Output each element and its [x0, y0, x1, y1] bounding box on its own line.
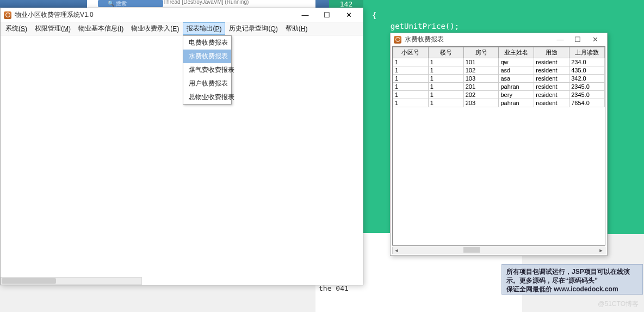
table-cell: pahran	[499, 83, 534, 91]
table-cell: asd	[499, 66, 534, 75]
report-minimize-button[interactable]: —	[552, 34, 569, 46]
table-cell: 1	[428, 75, 463, 83]
table-cell: resident	[534, 58, 569, 66]
minimize-button[interactable]: —	[294, 9, 316, 22]
dropdown-item-4[interactable]: 总物业收费报表	[183, 90, 231, 104]
dropdown-item-0[interactable]: 电费收费报表	[183, 36, 231, 50]
table-row[interactable]: 11202beryresident2345.0	[393, 91, 605, 99]
console-line: the 041	[319, 284, 519, 293]
table-cell: 435.0	[569, 66, 605, 75]
promo-box: 所有项目包调试运行，JSP项目可以在线演 示。更多源码，尽在“源码码头” 保证全…	[501, 264, 643, 295]
table-header[interactable]: 小区号	[393, 47, 429, 58]
report-hscrollbar[interactable]: ◄ ►	[392, 247, 605, 254]
menu-i[interactable]: 物业基本信息(I)	[75, 22, 127, 35]
table-cell: resident	[534, 75, 569, 83]
menu-p[interactable]: 报表输出(P)电费收费报表水费收费报表煤气费收费报表用户收费报表总物业收费报表	[183, 22, 225, 35]
report-close-button[interactable]: ✕	[586, 34, 604, 46]
report-window: 水费收费报表 — ☐ ✕ 小区号楼号房号业主姓名用途上月读数 11101qwre…	[390, 33, 608, 256]
table-cell: 201	[463, 83, 499, 91]
table-cell: 7654.0	[569, 99, 605, 107]
table-row[interactable]: 11203pahranresident7654.0	[393, 99, 605, 107]
main-window: 物业小区收费管理系统V1.0 — ☐ ✕ 系统(S)权限管理(M)物业基本信息(…	[0, 8, 363, 285]
menu-m[interactable]: 权限管理(M)	[31, 22, 75, 35]
table-cell: 1	[393, 75, 429, 83]
main-client-area	[1, 35, 363, 274]
menubar: 系统(S)权限管理(M)物业基本信息(I)物业收费录入(E)报表输出(P)电费收…	[1, 22, 363, 35]
report-titlebar[interactable]: 水费收费报表 — ☐ ✕	[391, 33, 607, 46]
report-dropdown: 电费收费报表水费收费报表煤气费收费报表用户收费报表总物业收费报表	[183, 35, 232, 105]
java-icon	[4, 11, 11, 19]
table-cell: resident	[534, 66, 569, 75]
table-row[interactable]: 11103asaresident342.0	[393, 75, 605, 83]
scroll-thumb[interactable]	[463, 247, 480, 253]
scroll-right-icon[interactable]: ►	[597, 247, 605, 254]
table-header[interactable]: 业主姓名	[499, 47, 534, 58]
table-row[interactable]: 11101qwresident234.0	[393, 58, 605, 66]
table-cell: pahran	[499, 99, 534, 107]
table-cell: 1	[428, 99, 463, 107]
table-cell: 1	[428, 83, 463, 91]
table-row[interactable]: 11201pahranresident2345.0	[393, 83, 605, 91]
main-window-title: 物业小区收费管理系统V1.0	[15, 10, 294, 20]
table-cell: 342.0	[569, 75, 605, 83]
table-cell: 1	[393, 91, 429, 99]
table-cell: 1	[428, 66, 463, 75]
table-cell: resident	[534, 99, 569, 107]
dropdown-item-3[interactable]: 用户收费报表	[183, 77, 231, 90]
promo-line1: 所有项目包调试运行，JSP项目可以在线演	[506, 267, 638, 276]
watermark: @51CTO博客	[598, 299, 639, 309]
table-cell: 234.0	[569, 58, 605, 66]
table-cell: resident	[534, 83, 569, 91]
table-header[interactable]: 上月读数	[569, 47, 605, 58]
table-header[interactable]: 用途	[534, 47, 569, 58]
menu-s[interactable]: 系统(S)	[2, 22, 31, 35]
scroll-thumb[interactable]	[2, 278, 56, 284]
table-cell: 1	[428, 91, 463, 99]
table-cell: qw	[499, 58, 534, 66]
table-cell: 202	[463, 91, 499, 99]
close-button[interactable]: ✕	[338, 9, 360, 22]
search-placeholder: 搜索	[116, 1, 127, 7]
table-cell: 2345.0	[569, 91, 605, 99]
main-titlebar[interactable]: 物业小区收费管理系统V1.0 — ☐ ✕	[1, 8, 363, 22]
table-cell: 1	[393, 66, 429, 75]
table-cell: 103	[463, 75, 499, 83]
table-cell: 1	[428, 58, 463, 66]
maximize-button[interactable]: ☐	[316, 9, 338, 22]
table-cell: resident	[534, 91, 569, 99]
table-cell: 1	[393, 58, 429, 66]
report-window-title: 水费收费报表	[405, 35, 552, 44]
promo-line3: 保证全网最低价 www.icodedock.com	[506, 285, 638, 293]
scroll-left-icon[interactable]: ◄	[393, 247, 400, 254]
main-hscrollbar[interactable]	[1, 277, 142, 285]
table-cell: 2345.0	[569, 83, 605, 91]
report-table[interactable]: 小区号楼号房号业主姓名用途上月读数 11101qwresident234.011…	[393, 47, 605, 107]
table-row[interactable]: 11102asdresident435.0	[393, 66, 605, 75]
table-cell: asa	[499, 75, 534, 83]
dropdown-item-1[interactable]: 水费收费报表	[183, 50, 231, 63]
table-header[interactable]: 楼号	[428, 47, 463, 58]
table-header[interactable]: 房号	[463, 47, 499, 58]
table-cell: 203	[463, 99, 499, 107]
table-cell: 1	[393, 99, 429, 107]
menu-q[interactable]: 历史记录查询(Q)	[225, 22, 281, 35]
table-cell: 102	[463, 66, 499, 75]
dropdown-item-2[interactable]: 煤气费收费报表	[183, 63, 231, 77]
ide-search-box[interactable]: 🔍 搜索	[98, 0, 163, 7]
table-cell: 1	[393, 83, 429, 91]
report-maximize-button[interactable]: ☐	[569, 34, 586, 46]
menu-h[interactable]: 帮助(H)	[282, 22, 312, 35]
table-cell: 101	[463, 58, 499, 66]
java-icon	[394, 36, 401, 44]
table-cell: bery	[499, 91, 534, 99]
promo-line2: 示。更多源码，尽在“源码码头”	[506, 276, 638, 285]
menu-e[interactable]: 物业收费录入(E)	[127, 22, 183, 35]
report-body: 小区号楼号房号业主姓名用途上月读数 11101qwresident234.011…	[392, 46, 605, 246]
